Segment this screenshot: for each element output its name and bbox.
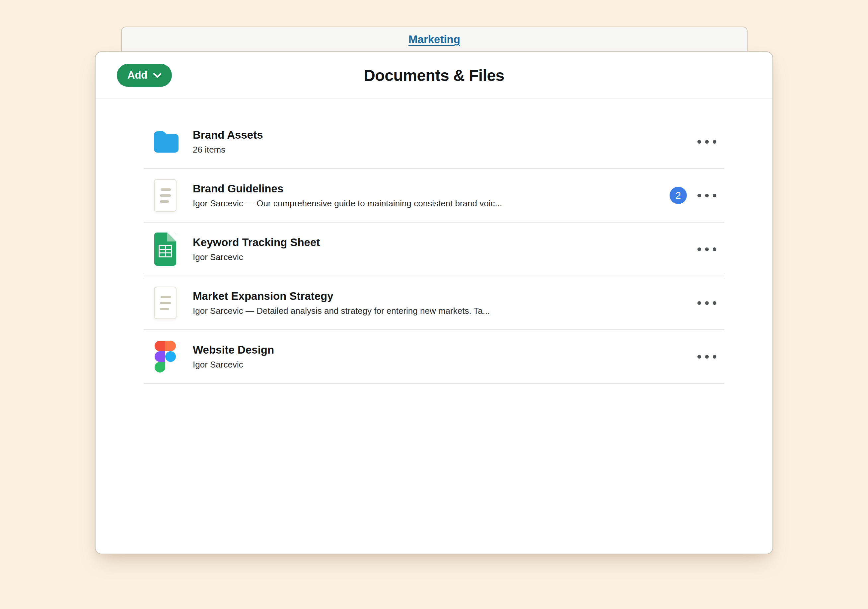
documents-header: Add Documents & Files — [96, 52, 772, 99]
figma-icon — [155, 341, 176, 372]
add-button[interactable]: Add — [117, 64, 172, 87]
row-menu-button[interactable] — [696, 135, 718, 148]
item-title: Keyword Tracking Sheet — [193, 236, 320, 249]
item-title: Brand Assets — [193, 128, 263, 142]
item-subtitle: Igor Sarcevic — Our comprehensive guide … — [193, 198, 502, 209]
chevron-down-icon — [153, 73, 161, 78]
ellipsis-icon — [698, 140, 701, 144]
folder-icon — [152, 131, 178, 153]
documents-panel: Add Documents & Files Brand Assets 26 it… — [95, 51, 773, 554]
item-title: Website Design — [193, 343, 274, 357]
row-menu-button[interactable] — [696, 296, 718, 310]
item-subtitle: Igor Sarcevic — [193, 359, 274, 370]
ellipsis-icon — [698, 248, 701, 251]
item-title: Brand Guidelines — [193, 182, 502, 196]
document-list: Brand Assets 26 items Brand Guidelines — [96, 99, 772, 384]
row-menu-button[interactable] — [696, 189, 718, 202]
comment-count-badge[interactable]: 2 — [670, 187, 687, 204]
item-subtitle: 26 items — [193, 144, 263, 155]
list-item[interactable]: Brand Assets 26 items — [144, 115, 724, 169]
ellipsis-icon — [698, 301, 701, 305]
ellipsis-icon — [698, 194, 701, 197]
item-subtitle: Igor Sarcevic — [193, 251, 320, 263]
list-item[interactable]: Brand Guidelines Igor Sarcevic — Our com… — [144, 169, 724, 223]
list-item[interactable]: Keyword Tracking Sheet Igor Sarcevic — [144, 223, 724, 276]
item-title: Market Expansion Strategy — [193, 289, 490, 303]
page-title: Documents & Files — [96, 66, 772, 85]
list-item[interactable]: Website Design Igor Sarcevic — [144, 330, 724, 384]
document-icon — [154, 179, 177, 212]
add-button-label: Add — [127, 69, 147, 81]
item-subtitle: Igor Sarcevic — Detailed analysis and st… — [193, 305, 490, 316]
row-menu-button[interactable] — [696, 243, 718, 256]
row-menu-button[interactable] — [696, 350, 718, 363]
list-item[interactable]: Market Expansion Strategy Igor Sarcevic … — [144, 276, 724, 330]
document-icon — [154, 287, 177, 319]
ellipsis-icon — [698, 355, 701, 359]
spreadsheet-icon — [154, 232, 176, 266]
